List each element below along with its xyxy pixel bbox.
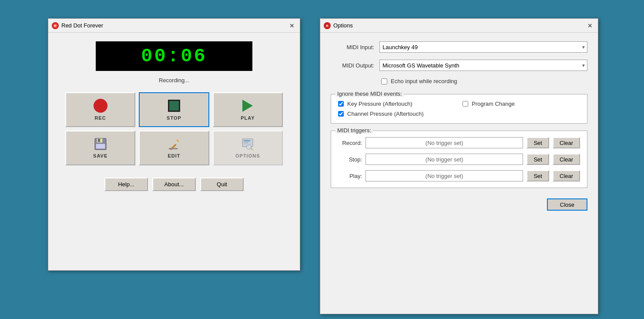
quit-button[interactable]: Quit [200, 178, 244, 191]
transport-buttons: REC STOP PLAY [65, 92, 283, 165]
key-pressure-row: Key Pressure (Aftertouch) [338, 101, 456, 107]
svg-marker-4 [242, 100, 253, 112]
record-clear-button[interactable]: Clear [553, 137, 580, 148]
stop-button[interactable]: STOP [139, 92, 209, 127]
edit-icon [168, 138, 181, 151]
triggers-section: MIDI triggers: Record: Set Clear Stop: S… [331, 131, 587, 188]
midi-input-select[interactable]: Launchkey 49 [379, 41, 587, 53]
title-bar-left: R Red Dot Forever [52, 22, 103, 29]
options-icon [241, 138, 254, 151]
main-title-bar: R Red Dot Forever ✕ [48, 19, 300, 33]
options-content: MIDI Input: Launchkey 49 ▼ MIDI Output: … [320, 33, 598, 219]
svg-point-17 [248, 146, 250, 148]
svg-text:R: R [326, 24, 329, 28]
key-pressure-label[interactable]: Key Pressure (Aftertouch) [347, 101, 413, 107]
stop-icon [167, 99, 181, 113]
edit-button[interactable]: EDIT [139, 131, 209, 165]
bottom-buttons: Help... About... Quit [104, 178, 244, 191]
play-clear-button[interactable]: Clear [553, 170, 580, 181]
record-trigger-label: Record: [338, 140, 362, 146]
svg-rect-11 [169, 148, 178, 149]
options-app-icon: R [324, 22, 331, 29]
ignore-events-section: Ignore these MIDI events: Key Pressure (… [331, 94, 587, 124]
rec-label: REC [95, 115, 106, 121]
channel-pressure-label[interactable]: Channel Pressure (Aftertouch) [347, 111, 424, 117]
record-trigger-row: Record: Set Clear [338, 137, 580, 148]
rec-button[interactable]: REC [65, 92, 135, 127]
help-button[interactable]: Help... [104, 178, 148, 191]
play-label: PLAY [241, 115, 255, 121]
main-window: R Red Dot Forever ✕ 00:06 Recording... R… [48, 18, 300, 271]
midi-input-row: MIDI Input: Launchkey 49 ▼ [331, 41, 587, 53]
midi-output-select-wrapper: Microsoft GS Wavetable Synth ▼ [379, 60, 587, 71]
timer-text: 00:06 [141, 45, 207, 67]
play-trigger-input[interactable] [366, 170, 523, 181]
app-icon: R [52, 22, 59, 29]
play-trigger-label: Play: [338, 173, 362, 179]
channel-pressure-checkbox[interactable] [338, 111, 344, 117]
main-close-button[interactable]: ✕ [288, 21, 296, 30]
save-label: SAVE [93, 153, 107, 158]
record-trigger-input[interactable] [366, 137, 523, 148]
program-change-checkbox[interactable] [463, 101, 468, 107]
svg-rect-9 [170, 144, 177, 151]
stop-trigger-label: Stop: [338, 156, 362, 163]
echo-input-checkbox[interactable] [381, 78, 387, 84]
status-text: Recording... [159, 77, 189, 84]
stop-label: STOP [167, 115, 181, 121]
options-window-title: Options [333, 22, 353, 29]
midi-output-row: MIDI Output: Microsoft GS Wavetable Synt… [331, 60, 587, 71]
svg-marker-10 [176, 139, 179, 142]
options-window: R Options ✕ MIDI Input: Launchkey 49 ▼ M… [320, 18, 598, 314]
timer-display: 00:06 [96, 41, 252, 71]
channel-pressure-row: Channel Pressure (Aftertouch) [338, 111, 456, 117]
svg-rect-14 [244, 142, 248, 143]
svg-rect-3 [169, 101, 179, 111]
stop-trigger-row: Stop: Set Clear [338, 154, 580, 165]
options-button[interactable]: OPTIONS [213, 131, 283, 165]
options-label: OPTIONS [235, 153, 260, 158]
svg-rect-13 [244, 140, 250, 141]
play-trigger-row: Play: Set Clear [338, 170, 580, 181]
stop-trigger-input[interactable] [366, 154, 523, 165]
options-close-btn[interactable]: Close [547, 198, 587, 211]
save-button[interactable]: SAVE [65, 131, 135, 165]
stop-clear-button[interactable]: Clear [553, 154, 580, 165]
main-content: 00:06 Recording... REC STOP [48, 33, 300, 200]
options-title-bar-left: R Options [324, 22, 353, 29]
rec-icon [94, 99, 107, 113]
play-set-button[interactable]: Set [527, 170, 549, 181]
midi-input-select-wrapper: Launchkey 49 ▼ [379, 41, 587, 53]
key-pressure-checkbox[interactable] [338, 101, 344, 107]
svg-rect-8 [96, 144, 105, 149]
midi-output-select[interactable]: Microsoft GS Wavetable Synth [379, 60, 587, 71]
main-window-title: Red Dot Forever [61, 22, 103, 29]
options-title-bar: R Options ✕ [320, 19, 598, 33]
triggers-title: MIDI triggers: [335, 127, 373, 134]
ignore-events-grid: Key Pressure (Aftertouch) Program Change… [338, 101, 580, 117]
save-icon [94, 138, 107, 151]
svg-text:R: R [54, 24, 57, 28]
program-change-label[interactable]: Program Change [472, 101, 515, 107]
midi-input-label: MIDI Input: [331, 44, 374, 50]
echo-input-row: Echo input while recording [381, 78, 587, 84]
play-button[interactable]: PLAY [213, 92, 283, 127]
echo-input-label[interactable]: Echo input while recording [391, 78, 457, 84]
stop-set-button[interactable]: Set [527, 154, 549, 165]
options-close-button[interactable]: ✕ [586, 21, 594, 30]
options-footer: Close [331, 195, 587, 211]
about-button[interactable]: About... [152, 178, 196, 191]
edit-label: EDIT [168, 153, 180, 158]
ignore-events-title: Ignore these MIDI events: [335, 91, 404, 97]
record-set-button[interactable]: Set [527, 137, 549, 148]
midi-output-label: MIDI Output: [331, 62, 374, 69]
play-icon [241, 99, 255, 113]
svg-rect-7 [98, 139, 100, 142]
program-change-row: Program Change [463, 101, 580, 107]
